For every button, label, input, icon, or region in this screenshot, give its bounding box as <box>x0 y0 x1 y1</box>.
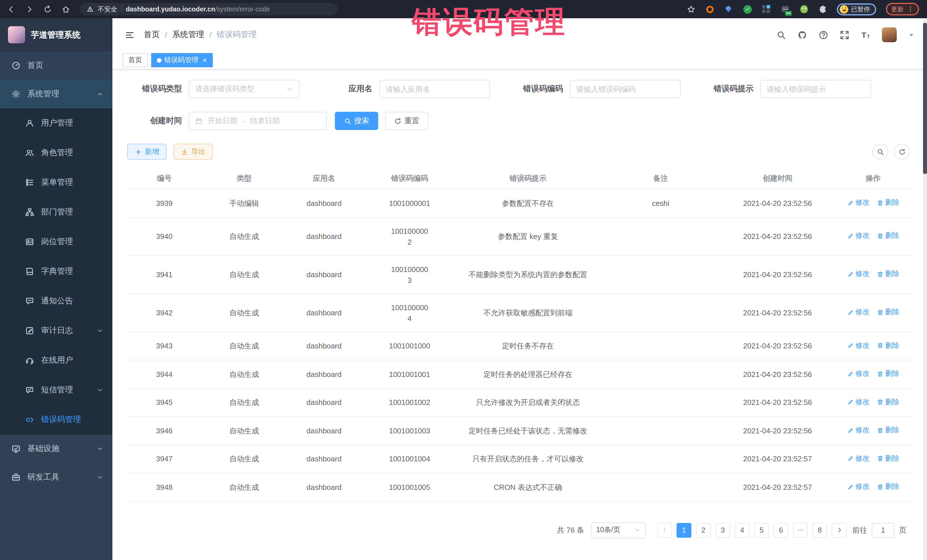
delete-link[interactable]: 删除 <box>877 425 899 436</box>
scrollbar-thumb[interactable] <box>923 23 927 174</box>
address-bar[interactable]: 不安全 dashboard.yudao.iocoder.cn/system/er… <box>80 3 338 15</box>
calendar-icon <box>195 117 202 124</box>
app-logo[interactable]: 芋道管理系统 <box>0 18 112 51</box>
edit-link[interactable]: 修改 <box>847 269 870 280</box>
bookmark-star-icon[interactable] <box>687 5 695 14</box>
edit-link[interactable]: 修改 <box>847 397 870 407</box>
error-hint-input[interactable] <box>760 80 871 98</box>
error-type-select[interactable]: 请选择错误码类型 <box>189 80 299 98</box>
error-code-input[interactable] <box>570 80 681 98</box>
extension-orange-icon[interactable] <box>705 5 714 14</box>
more-pages-ellipsis-icon[interactable] <box>793 523 808 537</box>
scrollbar[interactable] <box>923 18 927 560</box>
extension-green-check-icon[interactable] <box>743 5 752 14</box>
delete-link[interactable]: 删除 <box>877 369 899 379</box>
tab-home[interactable]: 首页 <box>123 53 148 67</box>
search-icon <box>344 117 351 124</box>
sidebar-item-online-user[interactable]: 在线用户 <box>0 346 112 375</box>
goto-page-input[interactable] <box>872 523 895 537</box>
profile-paused-badge[interactable]: 已暂停 <box>837 3 876 15</box>
page-button-5[interactable]: 5 <box>754 523 769 537</box>
sidebar-item-audit-log[interactable]: 审计日志 <box>0 316 112 346</box>
sidebar-item-infra[interactable]: 基础设施 <box>0 434 112 463</box>
reset-button[interactable]: 重置 <box>385 112 429 130</box>
tab-error-code[interactable]: 错误码管理× <box>151 53 213 67</box>
cell-type: 自动生成 <box>201 445 287 473</box>
page-size-select[interactable]: 10条/页 <box>591 522 646 538</box>
extension-tab-grid-icon[interactable] <box>761 5 771 14</box>
reload-icon[interactable] <box>43 5 52 14</box>
edit-link[interactable]: 修改 <box>847 231 870 241</box>
sidebar-item-system[interactable]: 系统管理 <box>0 80 112 108</box>
sidebar-collapse-icon[interactable] <box>125 30 135 39</box>
create-time-range-picker[interactable]: 开始日期 - 结束日期 <box>189 112 327 130</box>
page-button-6[interactable]: 6 <box>774 523 789 537</box>
edit-link[interactable]: 修改 <box>847 453 870 464</box>
sidebar-item-dev-tool[interactable]: 研发工具 <box>0 463 112 492</box>
delete-link[interactable]: 删除 <box>877 340 899 351</box>
browser-update-button[interactable]: 更新 <box>886 3 919 15</box>
dashboard-icon <box>11 61 21 70</box>
page-button-1[interactable]: 1 <box>676 523 691 537</box>
sidebar-item-notice[interactable]: 通知公告 <box>0 286 112 316</box>
sidebar-item-home[interactable]: 首页 <box>0 51 112 80</box>
page-button-3[interactable]: 3 <box>715 523 730 537</box>
sidebar-item-error-code[interactable]: 错误码管理 <box>0 405 112 434</box>
close-tab-icon[interactable]: × <box>202 56 207 64</box>
home-icon[interactable] <box>62 5 70 14</box>
delete-link[interactable]: 删除 <box>877 197 899 208</box>
github-icon[interactable] <box>798 30 807 39</box>
extension-gem-icon[interactable] <box>724 5 733 14</box>
breadcrumb-system[interactable]: 系统管理 <box>172 30 204 40</box>
toggle-search-button[interactable] <box>872 144 888 160</box>
edit-link[interactable]: 修改 <box>847 340 870 351</box>
delete-link-label: 删除 <box>885 369 899 379</box>
chevron-down-icon <box>96 387 103 393</box>
sidebar-item-role[interactable]: 角色管理 <box>0 138 112 168</box>
user-avatar[interactable] <box>882 27 897 42</box>
page-button-2[interactable]: 2 <box>696 523 711 537</box>
page-button-8[interactable]: 8 <box>812 523 827 537</box>
prev-page-button[interactable] <box>657 523 672 537</box>
forward-icon[interactable] <box>25 5 33 14</box>
refresh-table-button[interactable] <box>894 144 910 160</box>
breadcrumb-home[interactable]: 首页 <box>144 30 160 40</box>
sidebar-item-dict[interactable]: 字典管理 <box>0 256 112 286</box>
sidebar-item-post[interactable]: 岗位管理 <box>0 227 112 256</box>
fullscreen-icon[interactable] <box>840 30 849 39</box>
sidebar-item-dept[interactable]: 部门管理 <box>0 197 112 227</box>
edit-link[interactable]: 修改 <box>847 197 870 208</box>
sidebar-item-label: 系统管理 <box>27 89 90 99</box>
delete-link[interactable]: 删除 <box>877 453 899 464</box>
security-label[interactable]: 不安全 <box>97 5 117 14</box>
avatar-caret-down-icon[interactable] <box>908 32 915 38</box>
help-icon[interactable] <box>819 30 828 39</box>
page-button-4[interactable]: 4 <box>735 523 749 537</box>
add-button[interactable]: 新增 <box>127 144 167 160</box>
trash-icon <box>877 309 883 316</box>
sidebar-item-menu[interactable]: 菜单管理 <box>0 168 112 197</box>
export-button[interactable]: 导出 <box>173 144 213 160</box>
search-button[interactable]: 搜索 <box>335 112 378 130</box>
extension-ghost-icon[interactable] <box>799 5 808 14</box>
font-size-icon[interactable]: TT <box>861 30 871 39</box>
extension-proxy-on-icon[interactable]: on <box>780 5 790 14</box>
edit-link[interactable]: 修改 <box>847 307 870 318</box>
back-icon[interactable] <box>7 5 15 14</box>
edit-link[interactable]: 修改 <box>847 369 870 379</box>
delete-link[interactable]: 删除 <box>877 269 899 280</box>
sidebar-item-sms[interactable]: 短信管理 <box>0 375 112 405</box>
next-page-button[interactable] <box>832 523 846 537</box>
delete-link[interactable]: 删除 <box>877 231 899 241</box>
browser-menu-dots-icon[interactable] <box>907 6 914 12</box>
search-icon[interactable] <box>777 30 786 39</box>
delete-link[interactable]: 删除 <box>877 397 899 407</box>
edit-link[interactable]: 修改 <box>847 481 870 492</box>
edit-link[interactable]: 修改 <box>847 425 870 436</box>
delete-link[interactable]: 删除 <box>877 481 899 492</box>
sidebar-item-user[interactable]: 用户管理 <box>0 108 112 138</box>
extensions-puzzle-icon[interactable] <box>818 5 827 14</box>
table-row: 3943自动生成dashboard1001001000定时任务不存在2021-0… <box>127 332 915 360</box>
delete-link[interactable]: 删除 <box>877 307 899 318</box>
app-name-input[interactable] <box>379 80 490 98</box>
